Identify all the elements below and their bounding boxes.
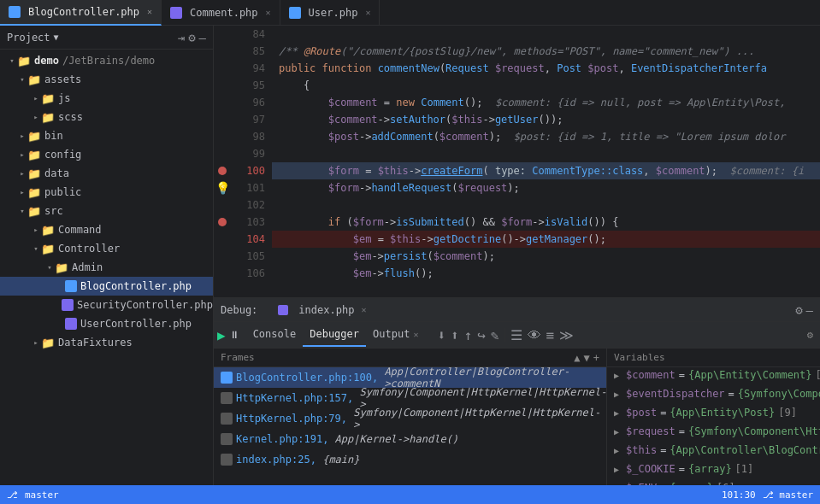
frame-item[interactable]: Kernel.php:191, App|Kernel->handle() xyxy=(214,429,606,449)
tree-root[interactable]: ▾ 📁 demo /JetBrains/demo xyxy=(0,51,213,70)
more-icon[interactable]: ≫ xyxy=(557,325,575,345)
tree-item-config[interactable]: ▸ 📁 config xyxy=(0,145,213,164)
debug-title-text: Debug: xyxy=(221,304,257,316)
breakpoint-icon xyxy=(218,218,227,226)
frames-add-btn[interactable]: + xyxy=(593,352,599,364)
expand-arrow: ▸ xyxy=(17,132,27,140)
expand-arrow: ▸ xyxy=(17,188,27,196)
separator xyxy=(504,328,505,342)
debug-tab-debugger[interactable]: Debugger xyxy=(303,323,366,347)
frame-item[interactable]: HttpKernel.php:157, Symfony|Component|Ht… xyxy=(214,388,606,408)
settings-icon[interactable]: ⚙ xyxy=(795,303,802,317)
frames-list: BlogController.php:100, App|Controller|B… xyxy=(214,367,606,485)
step-out-icon[interactable]: ↑ xyxy=(463,325,475,345)
var-item[interactable]: ▶ $_COOKIE = {array} [1] xyxy=(607,461,820,480)
tab-user[interactable]: User.php ✕ xyxy=(280,0,381,26)
var-item[interactable]: ▶ $request = {Symfony\Component\HttpFoun… xyxy=(607,424,820,442)
tree-item-securitycontroller[interactable]: SecurityController.php xyxy=(0,296,213,314)
debug-panel: Debug: index.php ✕ ⚙ — ▶ ⏸ Consol xyxy=(214,297,820,485)
expand-arrow: ▸ xyxy=(17,169,27,178)
debug-tab-output[interactable]: Output ✕ xyxy=(366,323,425,347)
code-line-103: if ($form->isSubmitted() && $form->isVal… xyxy=(272,214,820,231)
code-line-85: /** @Route("/comment/{postSlug}/new", me… xyxy=(272,43,820,60)
code-editor[interactable]: 💡 84 85 94 95 96 97 xyxy=(214,26,820,297)
debug-tab-console[interactable]: Console xyxy=(246,323,304,347)
output-tab-close[interactable]: ✕ xyxy=(413,330,418,339)
frame-item[interactable]: index.php:25, {main} xyxy=(214,449,606,470)
variables-icon[interactable]: ≡ xyxy=(545,325,557,345)
frames-up-btn[interactable]: ▲ xyxy=(574,352,580,364)
frame-item[interactable]: BlogController.php:100, App|Controller|B… xyxy=(214,367,606,388)
play-button[interactable]: ▶ xyxy=(217,327,226,343)
tree-item-assets[interactable]: ▾ 📁 assets xyxy=(0,70,213,89)
expand-arrow: ▾ xyxy=(17,75,27,84)
tree-item-public[interactable]: ▸ 📁 public xyxy=(0,183,213,202)
tab-comment[interactable]: Comment.php ✕ xyxy=(162,0,280,26)
git-branch[interactable]: master xyxy=(25,489,59,501)
panel-settings-icon[interactable]: ⚙ xyxy=(800,329,820,341)
gear-icon[interactable]: ⚙ xyxy=(188,31,195,44)
var-value: {array} xyxy=(688,463,732,475)
var-equals: = xyxy=(660,407,666,419)
line-numbers: 84 85 94 95 96 97 98 99 100 101 102 103 … xyxy=(231,26,272,297)
tree-item-datafixtures[interactable]: ▸ 📁 DataFixtures xyxy=(0,333,213,352)
code-line-94: public function commentNew(Request $requ… xyxy=(272,60,820,77)
debug-close-icon[interactable]: ✕ xyxy=(361,305,366,314)
expand-arrow: ▸ xyxy=(17,150,27,159)
tree-item-label: BlogController.php xyxy=(80,280,192,292)
project-label: Project xyxy=(7,32,50,44)
variables-header: Variables xyxy=(607,349,820,367)
line-num: 102 xyxy=(238,196,265,214)
code-line-99 xyxy=(272,145,820,162)
minimize-icon[interactable]: — xyxy=(806,303,813,317)
tree-item-scss[interactable]: ▸ 📁 scss xyxy=(0,108,213,126)
pause-button[interactable]: ⏸ xyxy=(229,329,239,341)
tab-blogcontroller[interactable]: BlogController.php ✕ xyxy=(0,0,162,26)
frames-down-btn[interactable]: ▼ xyxy=(584,352,590,364)
scroll-to-source-icon[interactable]: ⇥ xyxy=(178,31,185,44)
var-item[interactable]: ▶ $this = {App\Controller\BlogController… xyxy=(607,442,820,461)
tab-label: User.php xyxy=(309,7,358,19)
run-to-cursor-icon[interactable]: ↪ xyxy=(475,325,487,345)
watch-icon[interactable]: 👁 xyxy=(526,325,543,345)
var-item[interactable]: ▶ $comment = {App\Entity\Comment} [5] xyxy=(607,367,820,386)
folder-icon: 📁 xyxy=(27,186,41,199)
line-num-error: 100 xyxy=(238,162,265,179)
tree-item-js[interactable]: ▸ 📁 js xyxy=(0,89,213,108)
frame-filename: Kernel.php:191, xyxy=(236,433,335,445)
tab-close-icon[interactable]: ✕ xyxy=(365,8,370,17)
code-content[interactable]: /** @Route("/comment/{postSlug}/new", me… xyxy=(272,26,820,297)
folder-icon: 📁 xyxy=(41,337,55,349)
tree-item-data[interactable]: ▸ 📁 data xyxy=(0,164,213,183)
tree-item-label: Admin xyxy=(72,261,103,273)
frame-file-icon xyxy=(221,454,233,466)
tree-item-controller[interactable]: ▾ 📁 Controller xyxy=(0,239,213,258)
branch-label: ⎇ master xyxy=(763,489,813,501)
step-over-icon[interactable]: ⬇ xyxy=(435,325,447,345)
tree-item-src[interactable]: ▾ 📁 src xyxy=(0,202,213,220)
tree-item-bin[interactable]: ▸ 📁 bin xyxy=(0,126,213,145)
frame-item[interactable]: HttpKernel.php:79, Symfony|Component|Htt… xyxy=(214,408,606,429)
var-item[interactable]: ▶ $eventDispatcher = {Symfony\Component\… xyxy=(607,386,820,405)
tree-item-blogcontroller[interactable]: BlogController.php xyxy=(0,277,213,296)
expand-arrow: ▾ xyxy=(44,263,55,272)
tree-item-usercontroller[interactable]: UserController.php xyxy=(0,314,213,333)
var-item[interactable]: ▶ $post = {App\Entity\Post} [9] xyxy=(607,405,820,424)
evaluate-icon[interactable]: ✎ xyxy=(489,325,501,345)
breakpoint-icon xyxy=(218,167,227,175)
frames-icon[interactable]: ☰ xyxy=(509,325,524,345)
expand-arrow: ▶ xyxy=(614,408,626,418)
frame-class: App|Kernel->handle() xyxy=(335,433,459,445)
code-line-95: { xyxy=(272,77,820,94)
tree-item-command[interactable]: ▸ 📁 Command xyxy=(0,220,213,239)
tab-close-icon[interactable]: ✕ xyxy=(266,8,271,17)
tab-close-icon[interactable]: ✕ xyxy=(147,7,152,16)
expand-arrow: ▾ xyxy=(7,56,17,65)
tree-item-admin[interactable]: ▾ 📁 Admin xyxy=(0,258,213,277)
minimize-icon[interactable]: — xyxy=(199,31,206,44)
tab-bar: BlogController.php ✕ Comment.php ✕ User.… xyxy=(0,0,820,26)
code-line-102 xyxy=(272,196,820,214)
debug-file-icon xyxy=(278,305,288,315)
step-into-icon[interactable]: ⬆ xyxy=(449,325,461,345)
sidebar-header: Project ▼ ⇥ ⚙ — xyxy=(0,26,213,50)
